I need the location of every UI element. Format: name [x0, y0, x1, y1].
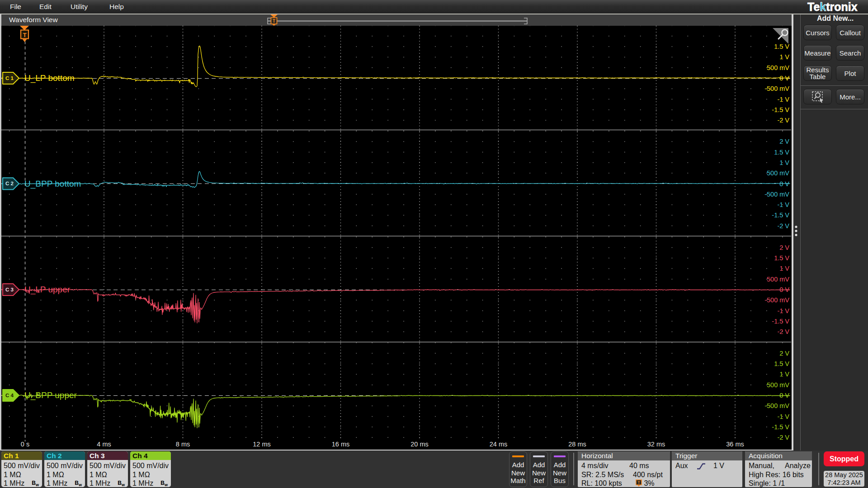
svg-text:T: T [273, 18, 276, 23]
svg-text:C 4: C 4 [5, 393, 14, 398]
svg-text:C 3: C 3 [5, 287, 14, 292]
svg-text:C 1: C 1 [5, 75, 14, 81]
svg-text:C 2: C 2 [5, 181, 14, 186]
svg-text:T: T [23, 32, 27, 38]
svg-text:T: T [637, 480, 640, 485]
